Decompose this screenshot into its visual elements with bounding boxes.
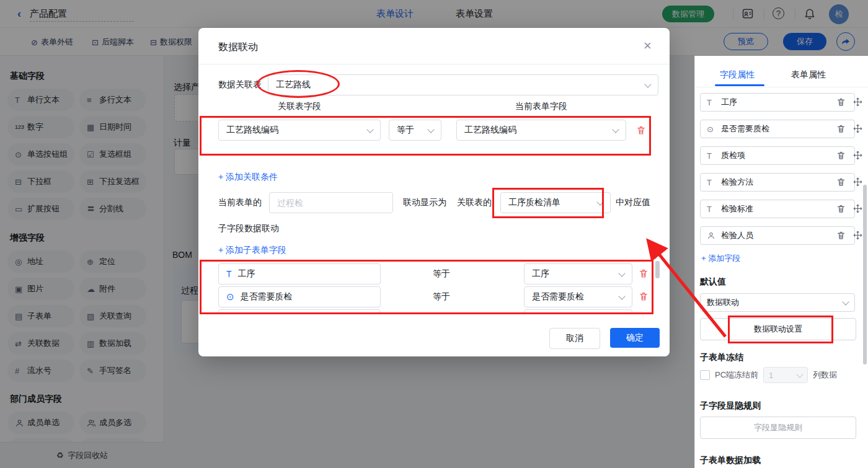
subrow-value-select-clipped (524, 309, 632, 314)
radio-icon: ⊙ (707, 125, 716, 134)
freeze-row: PC端冻结前 1 列数据 (700, 367, 837, 383)
default-value-select[interactable]: 数据联动 (700, 293, 855, 312)
modal-title: 数据联动 (218, 41, 258, 54)
relation-table-select[interactable]: 工艺路线 (268, 74, 658, 95)
chevron-down-icon (612, 126, 619, 133)
data-linkage-modal: 数据联动 × 数据关联表 工艺路线 关联表字段 当前表单字段 工艺路线编码 等于… (198, 28, 670, 356)
chevron-down-icon (618, 270, 625, 276)
delete-subrow-trash-icon[interactable] (639, 291, 649, 301)
text-icon: T (226, 269, 232, 279)
text-icon: T (707, 98, 716, 107)
person-icon (707, 231, 716, 240)
trash-icon[interactable] (836, 124, 846, 133)
related-table-label: 关联表的 (457, 197, 492, 208)
trash-icon[interactable] (836, 204, 846, 213)
delete-condition-trash-icon[interactable] (636, 125, 646, 135)
trash-icon[interactable] (836, 231, 846, 240)
trash-icon[interactable] (836, 97, 846, 107)
radio-icon: ⊙ (226, 291, 234, 302)
app-root: ‹ 产品配置 表单设计 表单设置 数据管理 ? 检 ⊘ 表单外链 ⊡ 后端脚本 … (0, 0, 868, 468)
cancel-button[interactable]: 取消 (549, 328, 600, 349)
condition-operator-select[interactable]: 等于 (389, 120, 441, 141)
divider (198, 64, 670, 64)
corresponding-value-label: 中对应值 (616, 197, 650, 208)
trash-icon[interactable] (836, 151, 846, 160)
chevron-down-icon (427, 126, 434, 133)
add-field-link[interactable]: + 添加字段 (701, 253, 740, 264)
chevron-down-icon (366, 126, 373, 133)
related-field-select[interactable]: 工序质检清单 (500, 192, 611, 213)
text-icon: T (707, 205, 716, 214)
panel-field-inspect-standard[interactable]: T检验标准 (700, 200, 855, 218)
panel-field-inspect-method[interactable]: T检验方法 (700, 173, 855, 192)
divider (695, 87, 868, 87)
freeze-count-select[interactable]: 1 (763, 367, 808, 383)
modal-dim-overlay (694, 0, 868, 56)
relation-table-label: 数据关联表 (218, 79, 262, 91)
chevron-down-icon (644, 81, 651, 87)
column-header-left: 关联表字段 (218, 101, 381, 112)
tab-form-properties[interactable]: 表单属性 (791, 69, 826, 81)
default-value-title: 默认值 (700, 276, 726, 288)
chevron-down-icon (796, 371, 803, 377)
tab-field-properties[interactable]: 字段属性 (720, 69, 755, 81)
move-icon[interactable] (853, 124, 862, 133)
properties-panel: 字段属性 表单属性 T工序 ⊙是否需要质检 T质检项 T检验方法 T检验标准 检… (694, 56, 868, 468)
subrow-field-chip[interactable]: T工序 (218, 263, 381, 285)
confirm-button[interactable]: 确定 (610, 328, 660, 348)
move-icon[interactable] (853, 177, 862, 187)
chevron-down-icon (842, 298, 849, 305)
freeze-checkbox[interactable] (700, 370, 710, 380)
field-visibility-rules-button[interactable]: 字段显隐规则 (700, 417, 856, 439)
panel-scrollbar[interactable] (863, 185, 867, 364)
panel-field-inspector[interactable]: 检验人员 (700, 226, 855, 245)
move-icon[interactable] (853, 97, 862, 107)
subrow-value-select[interactable]: 是否需要质检 (524, 286, 632, 307)
trash-icon[interactable] (836, 177, 846, 187)
subrow-value-select[interactable]: 工序 (524, 263, 632, 285)
add-condition-link[interactable]: + 添加关联条件 (218, 172, 278, 183)
column-header-right: 当前表单字段 (456, 101, 626, 112)
freeze-suffix: 列数据 (813, 369, 837, 381)
delete-subrow-trash-icon[interactable] (639, 268, 649, 278)
subform-freeze-title: 子表单冻结 (700, 352, 743, 363)
condition-left-field-select[interactable]: 工艺路线编码 (218, 120, 381, 141)
subrow-field-chip-clipped (218, 309, 381, 314)
chevron-down-icon (618, 293, 625, 299)
subrow-operator-label: 等于 (433, 268, 450, 280)
modal-scrollbar[interactable] (655, 261, 660, 278)
panel-field-gongxu[interactable]: T工序 (700, 93, 855, 112)
condition-right-field-select[interactable]: 工艺路线编码 (456, 120, 626, 141)
move-icon[interactable] (853, 231, 862, 240)
text-icon: T (707, 151, 716, 161)
close-icon[interactable]: × (644, 39, 652, 53)
subfield-linkage-title: 子字段数据联动 (218, 223, 279, 234)
subfield-rows-viewport: T工序 等于 工序 ⊙是否需要质检 等于 是否需要质检 (198, 258, 670, 314)
subrow-field-chip[interactable]: ⊙是否需要质检 (218, 286, 381, 307)
add-subform-field-link[interactable]: + 添加子表单字段 (218, 245, 286, 256)
active-tab-underline (715, 84, 764, 86)
panel-field-need-qc[interactable]: ⊙是否需要质检 (700, 120, 855, 138)
data-linkage-settings-button[interactable]: 数据联动设置 (700, 318, 856, 340)
text-icon: T (707, 178, 716, 187)
subrow-operator-label: 等于 (433, 291, 450, 302)
subform-data-load-title: 子表单数据加载 (700, 455, 761, 466)
panel-field-qc-item[interactable]: T质检项 (700, 146, 855, 165)
move-icon[interactable] (853, 204, 862, 213)
current-form-label: 当前表单的 (218, 197, 262, 208)
display-as-label: 联动显示为 (403, 197, 446, 208)
move-icon[interactable] (853, 151, 862, 160)
visibility-rules-title: 子字段显隐规则 (700, 400, 761, 412)
freeze-prefix: PC端冻结前 (715, 369, 758, 381)
current-form-field-input[interactable] (269, 192, 393, 213)
chevron-down-icon (596, 198, 603, 205)
